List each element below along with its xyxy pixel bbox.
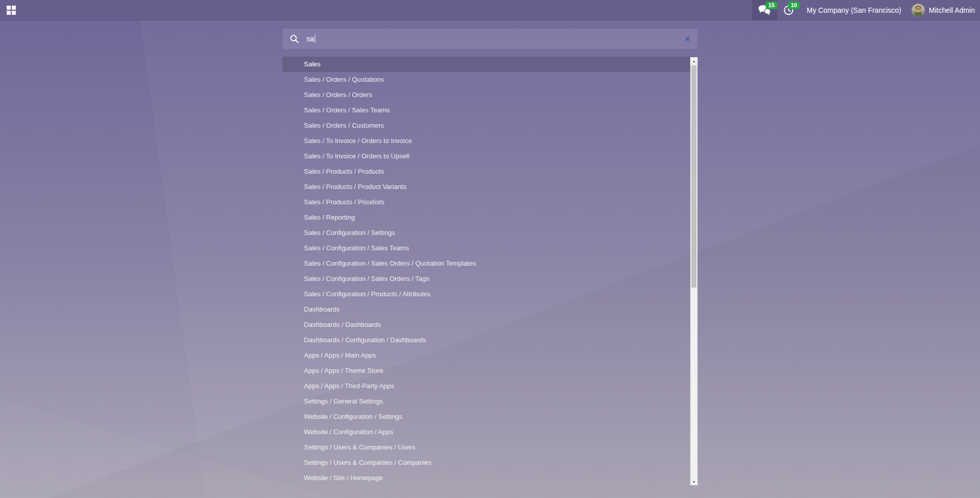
user-menu[interactable]: Mitchell Admin [909, 0, 980, 20]
menu-search-result[interactable]: Apps / Apps / Theme Store [283, 363, 691, 378]
search-icon [290, 34, 300, 44]
menu-search-result[interactable]: Sales / To Invoice / Orders to Invoice [283, 133, 691, 149]
menu-search-result[interactable]: Sales / Orders / Orders [283, 87, 691, 103]
menu-search-result[interactable]: Apps / Apps / Main Apps [283, 348, 691, 363]
user-name: Mitchell Admin [929, 6, 975, 14]
menu-search-result[interactable]: Sales / Products / Products [283, 164, 691, 179]
apps-grid-icon [7, 6, 16, 15]
menu-search-result[interactable]: Sales / Orders / Customers [283, 118, 691, 133]
results-list: SalesSales / Orders / QuotationsSales / … [283, 57, 691, 486]
messages-systray-button[interactable]: 15 [752, 0, 777, 20]
menu-search-result[interactable]: Sales / Reporting [283, 210, 691, 225]
clear-search-icon[interactable]: ✕ [684, 35, 692, 43]
scroll-down-icon[interactable]: ▼ [691, 478, 698, 485]
menu-search-result[interactable]: Sales / Configuration / Sales Teams [283, 241, 691, 256]
menu-search-result[interactable]: Dashboards / Dashboards [283, 317, 691, 333]
results-scrollbar[interactable]: ▲ ▼ [691, 57, 698, 485]
company-switcher[interactable]: My Company (San Francisco) [800, 0, 909, 20]
text-caret [314, 35, 315, 43]
menu-search-result[interactable]: Dashboards [283, 302, 691, 317]
menu-search-result[interactable]: Sales / To Invoice / Orders to Upsell [283, 149, 691, 164]
activities-systray-button[interactable]: 10 [777, 0, 800, 20]
menu-search-result[interactable]: Sales / Configuration / Settings [283, 225, 691, 241]
menu-search-result[interactable]: Sales / Configuration / Sales Orders / T… [283, 271, 691, 287]
menu-search-result[interactable]: Sales [283, 57, 691, 72]
menu-search-result[interactable]: Settings / General Settings [283, 394, 691, 409]
menu-search-input[interactable]: sa ✕ [283, 29, 698, 49]
home-menu: sa ✕ SalesSales / Orders / QuotationsSal… [283, 29, 698, 486]
menu-search-result[interactable]: Website / Configuration / Apps [283, 424, 691, 440]
menu-search-result[interactable]: Settings / Users & Companies / Users [283, 440, 691, 455]
menu-search-result[interactable]: Settings / Users & Companies / Companies [283, 455, 691, 470]
messages-count-badge: 15 [766, 2, 777, 9]
menu-search-result[interactable]: Sales / Orders / Sales Teams [283, 103, 691, 118]
menu-search-result[interactable]: Sales / Products / Pricelists [283, 195, 691, 210]
menu-search-result[interactable]: Dashboards / Configuration / Dashboards [283, 333, 691, 348]
apps-menu-toggle[interactable] [0, 0, 22, 20]
menu-search-result[interactable]: Sales / Orders / Quotations [283, 72, 691, 87]
menu-search-results: SalesSales / Orders / QuotationsSales / … [283, 57, 698, 486]
activities-count-badge: 10 [788, 2, 799, 9]
menu-search-result[interactable]: Sales / Configuration / Products / Attri… [283, 287, 691, 302]
menu-search-result[interactable]: Website / Configuration / Settings [283, 409, 691, 424]
scrollbar-thumb[interactable] [692, 65, 697, 288]
menu-search-result[interactable]: Website / Site / Homepage [283, 470, 691, 486]
menu-search-result[interactable]: Sales / Configuration / Sales Orders / Q… [283, 256, 691, 271]
top-navbar: 15 10 My Company (San Francisco) [0, 0, 980, 20]
search-input-value: sa [307, 35, 314, 43]
menu-search-result[interactable]: Sales / Products / Product Variants [283, 179, 691, 195]
scroll-up-icon[interactable]: ▲ [691, 57, 698, 64]
company-name: My Company (San Francisco) [807, 6, 901, 14]
user-avatar [912, 4, 925, 17]
menu-search-result[interactable]: Apps / Apps / Third-Party Apps [283, 378, 691, 394]
